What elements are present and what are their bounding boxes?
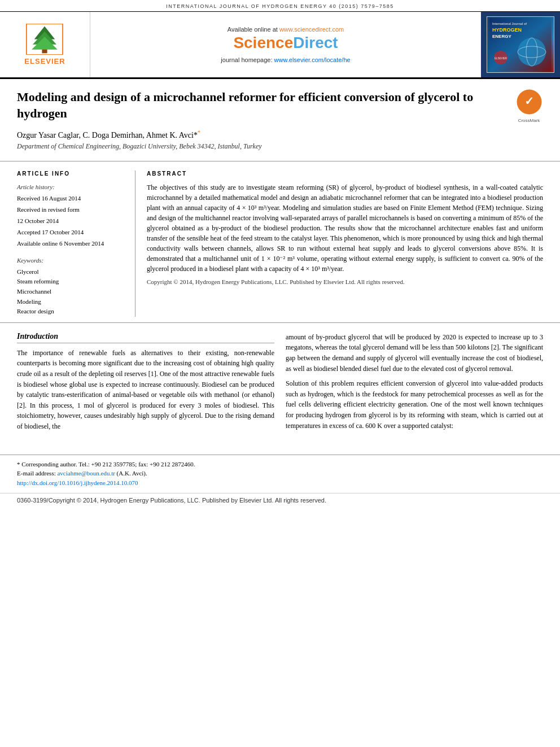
keywords-label: Keywords: [17,256,126,265]
elsevier-logo-area: ELSEVIER [0,12,90,77]
body-content: Introduction The importance of renewable… [0,323,560,445]
email-link[interactable]: avciahme@boun.edu.tr [57,470,116,477]
abstract-text: The objectives of this study are to inve… [147,182,543,287]
copyright-text: Copyright © 2014, Hydrogen Energy Public… [147,277,543,287]
available-online-date: Available online 6 November 2014 [17,239,126,248]
svg-point-6 [518,38,546,66]
received-date: Received 16 August 2014 [17,194,126,203]
crossmark-label: CrossMark [515,118,543,123]
introduction-title: Introduction [17,332,274,343]
keyword-microchannel: Microchannel [17,287,126,297]
abstract-column: ABSTRACT The objectives of this study ar… [147,171,543,317]
received-revised-date: 12 October 2014 [17,216,126,225]
sciencedirect-direct: Direct [293,34,338,51]
abstract-label: ABSTRACT [147,171,543,177]
sciencedirect-url-link[interactable]: www.sciencedirect.com [279,26,344,33]
received-revised-label: Received in revised form [17,205,126,214]
svg-text:ENERGY: ENERGY [492,34,511,39]
svg-text:✓: ✓ [524,95,534,107]
article-authors: Ozgur Yasar Caglar, C. Doga Demirhan, Ah… [17,129,509,140]
sciencedirect-science: Science [233,34,293,51]
sciencedirect-logo: ScienceDirect [233,34,338,52]
doi-link[interactable]: http://dx.doi.org/10.1016/j.ijhydene.201… [17,479,138,486]
intro-paragraph-3: Solution of this problem requires effici… [286,378,543,431]
svg-text:HYDROGEN: HYDROGEN [492,27,522,33]
journal-cover-area: International Journal of HYDROGEN ENERGY… [481,12,560,77]
intro-paragraph-2: amount of by-product glycerol that will … [286,332,543,374]
journal-cover-svg: International Journal of HYDROGEN ENERGY… [489,18,552,72]
article-info-column: ARTICLE INFO Article history: Received 1… [17,171,135,317]
two-col-body: Introduction The importance of renewable… [17,332,543,436]
journal-cover-image: International Journal of HYDROGEN ENERGY… [487,16,554,73]
body-col-right: amount of by-product glycerol that will … [286,332,543,436]
email-footnote: E-mail address: avciahme@boun.edu.tr (A.… [17,469,543,478]
article-affiliation: Department of Chemical Engineering, Boga… [17,142,509,151]
keywords-section: Keywords: Glycerol Steam reforming Micro… [17,256,126,317]
corresponding-author-footnote: * Corresponding author. Tel.: +90 212 35… [17,460,543,469]
introduction-body-left: The importance of renewable fuels as alt… [17,348,274,432]
journal-banner: INTERNATIONAL JOURNAL OF HYDROGEN ENERGY… [0,0,560,12]
keyword-glycerol: Glycerol [17,267,126,277]
keyword-modeling: Modeling [17,297,126,307]
available-online-text: Available online at www.sciencedirect.co… [228,26,344,33]
article-title-text: Modeling and design of a microchannel re… [17,89,509,155]
body-col-left: Introduction The importance of renewable… [17,332,274,436]
abstract-paragraph: The objectives of this study are to inve… [147,182,543,274]
article-title-section: Modeling and design of a microchannel re… [0,79,560,161]
elsevier-tree-icon [25,24,64,55]
footer-text: 0360-3199/Copyright © 2014, Hydrogen Ene… [17,497,326,504]
journal-homepage-link[interactable]: www.elsevier.com/locate/he [274,56,351,63]
header: ELSEVIER Available online at www.science… [0,12,560,79]
crossmark-badge[interactable]: ✓ CrossMark [515,89,543,123]
accepted-date: Accepted 17 October 2014 [17,228,126,237]
article-info-abstract-section: ARTICLE INFO Article history: Received 1… [0,161,560,323]
article-main-title: Modeling and design of a microchannel re… [17,89,509,121]
article-info-label: ARTICLE INFO [17,171,126,177]
footnote-section: * Corresponding author. Tel.: +90 212 35… [0,455,560,493]
footer-bar: 0360-3199/Copyright © 2014, Hydrogen Ene… [0,493,560,507]
svg-text:ELSEVIER: ELSEVIER [495,57,508,60]
svg-text:International Journal of: International Journal of [492,22,527,25]
journal-banner-text: INTERNATIONAL JOURNAL OF HYDROGEN ENERGY… [166,3,394,9]
sciencedirect-area: Available online at www.sciencedirect.co… [90,12,481,77]
elsevier-logo: ELSEVIER [24,24,65,65]
introduction-body-right: amount of by-product glycerol that will … [286,332,543,431]
crossmark-icon: ✓ [517,89,542,115]
journal-homepage: journal homepage: www.elsevier.com/locat… [221,56,350,63]
elsevier-wordmark: ELSEVIER [24,57,65,65]
intro-paragraph-1: The importance of renewable fuels as alt… [17,348,274,432]
article-history-label: Article history: [17,182,126,191]
doi-footnote: http://dx.doi.org/10.1016/j.ijhydene.201… [17,478,543,488]
keyword-steam-reforming: Steam reforming [17,277,126,287]
corresponding-author-marker: * [198,129,200,136]
keyword-reactor-design: Reactor design [17,307,126,317]
